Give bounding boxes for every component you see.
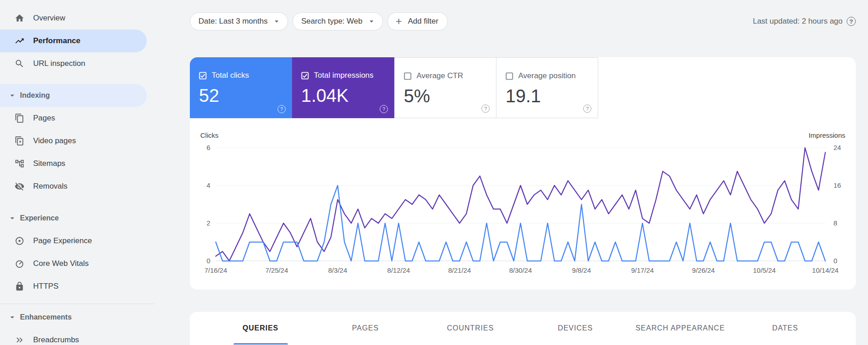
- help-icon[interactable]: ?: [278, 105, 286, 113]
- sidebar-item-label: URL inspection: [33, 59, 85, 68]
- sidebar-item-removals[interactable]: Removals: [0, 175, 147, 198]
- tab-label: PAGES: [352, 324, 379, 332]
- metric-value: 1.04K: [301, 85, 386, 105]
- right-axis-tick: 8: [833, 219, 837, 227]
- video-pages-icon: [15, 136, 25, 146]
- left-axis-tick: 6: [207, 144, 210, 151]
- tab-devices[interactable]: DEVICES: [523, 312, 628, 345]
- sidebar-item-label: Performance: [33, 36, 80, 45]
- sidebar-item-pages[interactable]: Pages: [0, 107, 147, 130]
- left-axis-title: Clicks: [200, 131, 218, 139]
- metric-average-ctr[interactable]: Average CTR 5% ?: [394, 57, 496, 118]
- sidebar-item-label: Video pages: [33, 136, 76, 145]
- x-axis-tick: 9/8/24: [572, 266, 591, 274]
- circle-icon: [15, 236, 25, 246]
- left-axis-tick: 2: [207, 219, 210, 227]
- sidebar-item-core-web-vitals[interactable]: Core Web Vitals: [0, 252, 147, 275]
- x-axis-tick: 10/14/24: [812, 266, 838, 274]
- search-type-filter-label: Search type: Web: [301, 17, 362, 26]
- x-axis-tick: 7/16/24: [204, 266, 227, 274]
- pages-icon: [15, 113, 25, 123]
- metric-total-clicks[interactable]: Total clicks 52 ?: [190, 57, 292, 118]
- last-updated-text: Last updated: 2 hours ago: [753, 17, 843, 26]
- sidebar-item-https[interactable]: HTTPS: [0, 275, 147, 298]
- help-icon[interactable]: ?: [847, 17, 856, 26]
- metric-label: Average CTR: [417, 71, 463, 80]
- sitemap-icon: [15, 159, 25, 169]
- chevron-down-icon: [272, 17, 281, 26]
- tab-label: DATES: [772, 324, 798, 332]
- tab-label: QUERIES: [243, 324, 278, 332]
- chevron-down-icon: [367, 17, 376, 26]
- help-icon[interactable]: ?: [380, 105, 388, 113]
- metric-value: 19.1: [506, 86, 590, 106]
- gauge-icon: [15, 259, 25, 269]
- tab-countries[interactable]: COUNTRIES: [418, 312, 523, 345]
- tab-dates[interactable]: DATES: [733, 312, 838, 345]
- date-filter-button[interactable]: Date: Last 3 months: [190, 12, 288, 30]
- sidebar-section-experience[interactable]: Experience: [0, 207, 147, 230]
- sidebar-item-video-pages[interactable]: Video pages: [0, 130, 147, 152]
- lock-icon: [15, 281, 25, 291]
- x-axis-tick: 7/25/24: [265, 266, 288, 274]
- sidebar-item-label: HTTPS: [33, 282, 59, 291]
- tab-search-appearance[interactable]: SEARCH APPEARANCE: [628, 312, 733, 345]
- chevron-down-icon: [8, 91, 17, 100]
- x-axis-tick: 8/21/24: [448, 266, 471, 274]
- metric-value: 52: [199, 85, 284, 105]
- right-axis-tick: 24: [833, 144, 841, 151]
- checkbox-unchecked-icon[interactable]: [506, 72, 513, 80]
- plus-icon: [394, 17, 403, 26]
- sidebar-item-overview[interactable]: Overview: [0, 7, 147, 30]
- sidebar-item-sitemaps[interactable]: Sitemaps: [0, 152, 147, 175]
- trending-up-icon: [15, 36, 25, 46]
- left-axis-tick: 4: [207, 181, 210, 189]
- help-icon[interactable]: ?: [481, 105, 490, 113]
- performance-chart[interactable]: 0246081624ClicksImpressions7/16/247/25/2…: [190, 130, 856, 285]
- metric-label: Average position: [518, 71, 575, 80]
- metric-average-position[interactable]: Average position 19.1 ?: [496, 57, 598, 118]
- sidebar-section-enhancements[interactable]: Enhancements: [0, 306, 147, 329]
- add-filter-label: Add filter: [408, 17, 438, 26]
- chart-area: 0246081624ClicksImpressions7/16/247/25/2…: [190, 130, 856, 285]
- sidebar-item-label: Page Experience: [33, 236, 92, 245]
- sidebar-item-label: Breadcrumbs: [33, 335, 79, 345]
- metric-value: 5%: [404, 86, 488, 106]
- x-axis-tick: 8/12/24: [387, 266, 410, 274]
- dimensions-table-card: QUERIES PAGES COUNTRIES DEVICES SEARCH A…: [190, 312, 856, 345]
- metric-label: Total impressions: [314, 71, 373, 80]
- sidebar-section-label: Enhancements: [20, 313, 72, 321]
- metric-total-impressions[interactable]: Total impressions 1.04K ?: [292, 57, 394, 118]
- sidebar-item-page-experience[interactable]: Page Experience: [0, 230, 147, 252]
- sidebar-item-label: Sitemaps: [33, 159, 65, 168]
- sidebar-item-breadcrumbs[interactable]: Breadcrumbs: [0, 329, 147, 345]
- date-filter-label: Date: Last 3 months: [198, 17, 268, 26]
- add-filter-button[interactable]: Add filter: [387, 12, 448, 30]
- sidebar-item-performance[interactable]: Performance: [0, 30, 147, 52]
- dimension-tabs: QUERIES PAGES COUNTRIES DEVICES SEARCH A…: [190, 312, 856, 345]
- help-icon[interactable]: ?: [583, 105, 591, 113]
- sidebar-section-label: Experience: [20, 214, 59, 222]
- sidebar-item-label: Removals: [33, 182, 68, 191]
- checkbox-unchecked-icon[interactable]: [404, 72, 412, 80]
- checkbox-checked-icon[interactable]: [199, 72, 207, 80]
- search-type-filter-button[interactable]: Search type: Web: [293, 12, 383, 30]
- checkbox-checked-icon[interactable]: [301, 72, 309, 80]
- sidebar-section-label: Indexing: [20, 91, 50, 100]
- sidebar-divider: [0, 304, 154, 304]
- right-axis-title: Impressions: [808, 131, 845, 139]
- chevron-down-icon: [8, 313, 17, 322]
- right-axis-tick: 16: [833, 181, 841, 189]
- chevron-down-icon: [8, 214, 17, 223]
- x-axis-tick: 8/30/24: [509, 266, 532, 274]
- tab-label: DEVICES: [558, 324, 593, 332]
- visibility-off-icon: [15, 181, 25, 191]
- tab-label: SEARCH APPEARANCE: [635, 324, 725, 332]
- sidebar: Overview Performance URL inspection Inde…: [0, 0, 147, 345]
- sidebar-item-url-inspection[interactable]: URL inspection: [0, 52, 147, 75]
- tab-queries[interactable]: QUERIES: [208, 312, 313, 345]
- tab-pages[interactable]: PAGES: [313, 312, 418, 345]
- sidebar-item-label: Pages: [33, 114, 55, 123]
- x-axis-tick: 9/17/24: [631, 266, 654, 274]
- sidebar-section-indexing[interactable]: Indexing: [0, 84, 147, 107]
